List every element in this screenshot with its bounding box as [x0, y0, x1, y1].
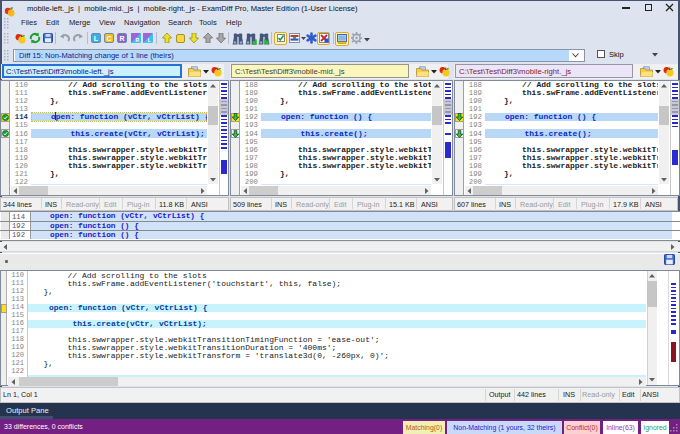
svg-text:L: L: [148, 37, 151, 43]
svg-text:R: R: [136, 37, 140, 43]
